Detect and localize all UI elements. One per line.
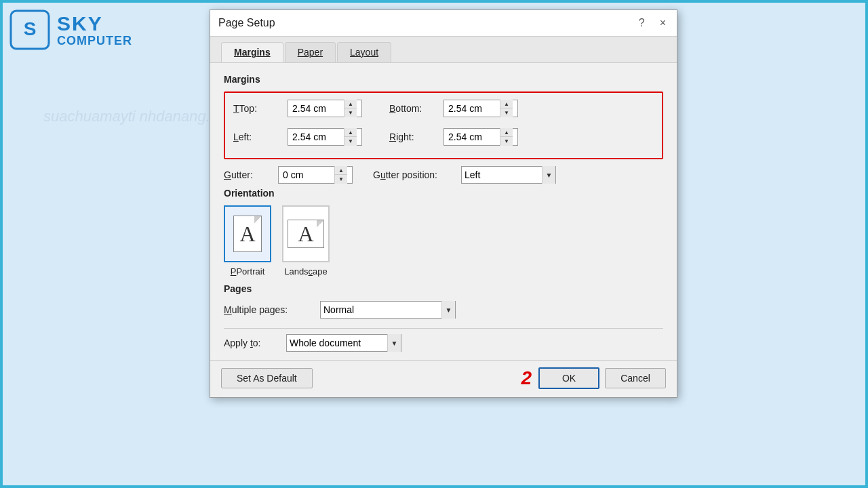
tab-layout[interactable]: Layout: [337, 42, 391, 62]
cancel-button[interactable]: Cancel: [605, 368, 666, 388]
bottom-input[interactable]: ▲ ▼: [443, 100, 518, 117]
svg-text:S: S: [24, 18, 37, 39]
top-value-input[interactable]: [288, 102, 344, 115]
gutter-position-label: Gutter position:: [373, 169, 461, 180]
margins-section-title: Margins: [224, 74, 663, 85]
dialog-close-button[interactable]: ×: [657, 16, 669, 30]
right-value-input[interactable]: [444, 130, 500, 144]
gutter-input[interactable]: ▲ ▼: [278, 166, 353, 184]
top-spin-up[interactable]: ▲: [344, 100, 357, 108]
bottom-spin-down[interactable]: ▼: [500, 108, 513, 117]
logo-sky: SKY: [57, 12, 132, 35]
gutter-row: Gutter: ▲ ▼ Gutter position: Left Top Ri…: [224, 166, 663, 184]
bottom-spin-up[interactable]: ▲: [500, 100, 513, 108]
bottom-label: Bottom:: [389, 103, 443, 114]
top-spin-down[interactable]: ▼: [344, 108, 357, 117]
gutter-label: Gutter:: [224, 169, 278, 180]
gutter-position-select[interactable]: Left Top Right: [462, 168, 542, 182]
pages-row: Multiple pages: Normal Mirror margins 2 …: [224, 301, 663, 319]
gutter-value-input[interactable]: [279, 168, 334, 182]
left-input[interactable]: ▲ ▼: [288, 128, 362, 146]
right-row: Right: ▲ ▼: [389, 128, 518, 146]
right-input[interactable]: ▲ ▼: [443, 128, 518, 146]
landscape-option[interactable]: A Landscape: [282, 205, 330, 277]
gutter-position-arrow-icon: ▼: [542, 166, 555, 184]
right-spin-up[interactable]: ▲: [500, 128, 513, 137]
portrait-corner-fold: [254, 216, 261, 223]
orientation-title: Orientation: [224, 188, 663, 199]
dialog-help-button[interactable]: ?: [636, 16, 648, 30]
tab-margins-label: Margins: [234, 47, 271, 58]
dialog-title: Page Setup: [218, 17, 275, 29]
landscape-icon-box[interactable]: A: [282, 205, 330, 262]
multiple-pages-label: Multiple pages:: [224, 304, 312, 315]
page-setup-dialog: Page Setup ? × Margins Paper Layout Marg…: [210, 9, 677, 398]
portrait-icon-box[interactable]: A: [224, 205, 271, 262]
portrait-option[interactable]: A PPortrait: [224, 205, 271, 277]
top-row: TTop: ▲ ▼: [233, 100, 362, 117]
margin-left-col: TTop: ▲ ▼ Left:: [233, 100, 362, 151]
right-label: Right:: [389, 131, 443, 142]
margins-red-box: TTop: ▲ ▼ Left:: [224, 92, 663, 159]
logo-area: S SKY COMPUTER: [9, 9, 132, 50]
footer-left: Set As Default: [221, 368, 313, 388]
footer-right: 2 OK Cancel: [521, 367, 666, 389]
multiple-pages-arrow-icon: ▼: [441, 301, 455, 319]
apply-to-select[interactable]: Whole document This point forward: [287, 336, 387, 350]
portrait-page-icon: A: [233, 216, 262, 252]
dialog-body: Margins TTop: ▲ ▼: [210, 63, 677, 360]
tab-layout-label: Layout: [350, 47, 378, 58]
pages-title: Pages: [224, 283, 663, 294]
tabs-bar: Margins Paper Layout: [210, 37, 677, 63]
ok-button[interactable]: OK: [538, 367, 599, 389]
top-spin-buttons: ▲ ▼: [344, 100, 357, 117]
landscape-page-icon: A: [288, 220, 324, 248]
margin-columns: TTop: ▲ ▼ Left:: [233, 100, 654, 151]
left-row: Left: ▲ ▼: [233, 128, 362, 146]
dialog-footer: Set As Default 2 OK Cancel: [210, 360, 677, 397]
logo-computer: COMPUTER: [57, 35, 132, 48]
bottom-row: Bottom: ▲ ▼: [389, 100, 518, 117]
orientation-options: A PPortrait A: [224, 205, 663, 277]
gutter-spin-up[interactable]: ▲: [335, 166, 347, 175]
logo-text: SKY COMPUTER: [57, 12, 132, 48]
gutter-position-select-wrap[interactable]: Left Top Right ▼: [461, 166, 556, 184]
step-2-number: 2: [521, 367, 532, 389]
left-spin-up[interactable]: ▲: [344, 128, 357, 137]
landscape-corner-fold: [317, 220, 323, 227]
gutter-spin-down[interactable]: ▼: [335, 175, 347, 184]
apply-to-label: Apply to:: [224, 338, 278, 348]
left-spin-buttons: ▲ ▼: [344, 128, 357, 146]
top-label: TTop:: [233, 103, 288, 114]
landscape-label: Landscape: [284, 266, 328, 277]
gutter-spin-buttons: ▲ ▼: [334, 166, 347, 184]
orientation-section: Orientation A PPortrait: [224, 188, 663, 277]
set-as-default-button[interactable]: Set As Default: [221, 368, 313, 388]
left-value-input[interactable]: [288, 130, 344, 144]
margin-right-col: Bottom: ▲ ▼ Right:: [389, 100, 518, 151]
apply-to-row: Apply to: Whole document This point forw…: [224, 328, 663, 352]
top-input[interactable]: ▲ ▼: [288, 100, 362, 117]
tab-paper[interactable]: Paper: [285, 42, 336, 62]
bottom-spin-buttons: ▲ ▼: [500, 100, 513, 117]
portrait-label: PPortrait: [231, 266, 265, 277]
apply-to-select-wrap[interactable]: Whole document This point forward ▼: [286, 334, 401, 352]
sky-computer-logo-icon: S: [9, 9, 50, 50]
multiple-pages-select-wrap[interactable]: Normal Mirror margins 2 pages per sheet …: [320, 301, 456, 319]
left-spin-down[interactable]: ▼: [344, 137, 357, 146]
dialog-controls: ? ×: [636, 16, 669, 30]
left-label: Left:: [233, 131, 288, 142]
multiple-pages-select[interactable]: Normal Mirror margins 2 pages per sheet …: [321, 303, 441, 317]
pages-section: Pages Multiple pages: Normal Mirror marg…: [224, 283, 663, 319]
right-spin-down[interactable]: ▼: [500, 137, 513, 146]
bottom-value-input[interactable]: [444, 102, 500, 115]
dialog-titlebar: Page Setup ? ×: [210, 10, 677, 37]
tab-margins[interactable]: Margins: [221, 42, 283, 62]
tab-paper-label: Paper: [298, 47, 323, 58]
apply-to-arrow-icon: ▼: [387, 334, 401, 352]
right-spin-buttons: ▲ ▼: [500, 128, 513, 146]
